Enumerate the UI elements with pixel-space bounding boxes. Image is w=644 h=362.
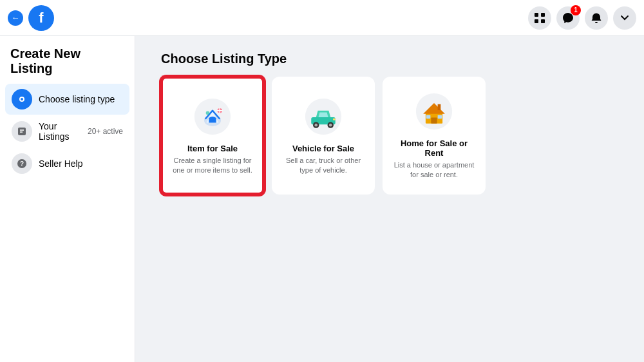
seller-help-icon: ? <box>12 153 32 174</box>
item-for-sale-icon <box>192 96 233 137</box>
topbar-left: ← f <box>8 5 54 31</box>
svg-rect-2 <box>535 19 538 23</box>
svg-point-6 <box>21 98 23 100</box>
main-content: Choose Listing Type <box>135 36 644 362</box>
grid-icon[interactable] <box>528 6 551 30</box>
notification-badge: 1 <box>571 5 581 15</box>
svg-point-15 <box>206 111 210 115</box>
sidebar-item-seller-help-label: Seller Help <box>39 158 123 169</box>
sidebar-item-choose-listing-label: Choose listing type <box>39 94 123 104</box>
svg-rect-22 <box>333 118 336 120</box>
vehicle-for-sale-title: Vehicle for Sale <box>292 144 354 153</box>
vehicle-for-sale-card[interactable]: Vehicle for Sale Sell a car, truck or ot… <box>272 77 375 195</box>
home-for-sale-title: Home for Sale or Rent <box>392 138 477 158</box>
home-for-sale-icon <box>413 91 455 132</box>
svg-rect-3 <box>541 19 545 23</box>
svg-rect-0 <box>535 13 538 17</box>
sidebar-item-your-listings-label: Your Listings <box>39 121 81 142</box>
svg-point-21 <box>329 123 332 126</box>
svg-rect-1 <box>541 13 545 17</box>
item-for-sale-card[interactable]: Item for Sale Create a single listing fo… <box>161 77 264 195</box>
facebook-logo[interactable]: f <box>28 5 54 31</box>
messenger-icon[interactable]: 1 <box>556 6 580 30</box>
topbar: ← f 1 <box>0 0 644 36</box>
svg-rect-28 <box>438 104 441 110</box>
home-for-sale-desc: List a house or apartment for sale or re… <box>392 160 477 180</box>
vehicle-for-sale-desc: Sell a car, truck or other type of vehic… <box>281 156 366 176</box>
notifications-icon[interactable] <box>585 6 608 30</box>
item-for-sale-desc: Create a single listing for one or more … <box>171 156 254 176</box>
sidebar-item-seller-help[interactable]: ? Seller Help <box>5 148 129 179</box>
svg-rect-7 <box>18 128 26 135</box>
sidebar-item-your-listings[interactable]: Your Listings 20+ active <box>5 116 129 147</box>
listing-cards: Item for Sale Create a single listing fo… <box>161 77 618 195</box>
item-for-sale-title: Item for Sale <box>187 144 238 153</box>
section-title: Choose Listing Type <box>161 52 618 66</box>
layout: Create New Listing Choose listing type <box>0 36 644 362</box>
back-icon[interactable]: ← <box>8 10 23 26</box>
svg-rect-25 <box>431 117 437 123</box>
sidebar-title: Create New Listing <box>5 46 129 84</box>
svg-point-19 <box>314 123 317 126</box>
sidebar-item-choose-listing-type[interactable]: Choose listing type <box>5 84 129 115</box>
svg-text:?: ? <box>20 160 24 167</box>
sidebar: Create New Listing Choose listing type <box>0 36 135 362</box>
svg-rect-27 <box>438 115 442 119</box>
your-listings-badge: 20+ active <box>88 127 123 136</box>
home-for-sale-card[interactable]: Home for Sale or Rent List a house or ap… <box>383 77 486 195</box>
svg-rect-26 <box>426 115 431 119</box>
your-listings-icon <box>12 121 32 142</box>
vehicle-for-sale-icon <box>303 96 344 137</box>
choose-listing-icon <box>12 89 32 110</box>
topbar-right: 1 <box>528 6 636 30</box>
account-dropdown[interactable] <box>613 6 636 30</box>
